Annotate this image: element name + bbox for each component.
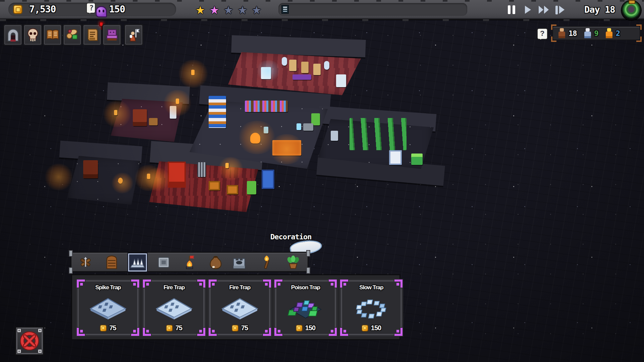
corner-bracket: [636, 37, 642, 42]
brazier-icon: [183, 255, 196, 269]
tab-wells[interactable]: [230, 254, 249, 270]
spike-trap-plate-icon: [76, 295, 140, 322]
top-bar: 7,530 150: [0, 0, 644, 19]
worker-count: 9: [594, 29, 598, 38]
metal-cap: [306, 250, 310, 257]
playback-controls: [505, 3, 567, 16]
torch: [114, 110, 117, 115]
metal-cap: [306, 267, 310, 274]
dungeon-entrance-icon: [7, 28, 19, 42]
tab-doors[interactable]: [102, 254, 121, 270]
gold-icon: [166, 325, 173, 331]
furnace: [133, 109, 147, 126]
corner-bracket: [636, 24, 642, 30]
crystal: [297, 123, 301, 130]
supplies-button[interactable]: [63, 24, 82, 46]
fast-forward-button[interactable]: [537, 3, 550, 16]
souls-count: 150: [109, 4, 125, 15]
supplies-icon: [66, 28, 79, 42]
chest: [303, 123, 313, 131]
corner-bracket: [551, 37, 556, 42]
statue: [289, 60, 297, 71]
tab-pressure-plates[interactable]: [154, 254, 173, 270]
item-title: Slow Trap: [339, 284, 403, 291]
torch: [176, 99, 179, 104]
pressure-plate-icon: [157, 256, 170, 268]
well-icon: [232, 255, 246, 269]
dungeon-entrance-button[interactable]: [3, 24, 22, 46]
item-card-slow-trap[interactable]: Slow Trap 150: [339, 279, 403, 337]
gold-icon: [100, 325, 107, 331]
hero-icon: [605, 28, 613, 38]
torch-icon: [261, 255, 272, 269]
crate-orange: [209, 181, 220, 190]
build-item-panel: Spike Trap 75 Fire Trap: [71, 274, 400, 340]
minion-icon: [558, 28, 566, 38]
statue: [301, 62, 309, 73]
hero-invasion-button[interactable]: [124, 24, 143, 46]
torch: [147, 174, 150, 179]
gold-icon: [13, 5, 22, 14]
spike-trap-icon: [130, 256, 145, 268]
urn: [324, 61, 329, 70]
crate: [149, 118, 158, 125]
quest-log-button[interactable]: [83, 24, 102, 46]
codex-button[interactable]: [43, 24, 62, 46]
tab-braziers[interactable]: [180, 254, 199, 270]
tab-storage[interactable]: [206, 254, 225, 270]
item-card-poison-trap[interactable]: Poison Trap 150: [274, 279, 337, 337]
gold-icon: [232, 325, 238, 331]
robot-blue: [262, 170, 274, 189]
worker-count-entry: 9: [584, 28, 598, 38]
hero-count-entry: 2: [605, 28, 620, 38]
item-price: 75: [208, 324, 272, 332]
tab-plants[interactable]: [284, 254, 303, 270]
play-button[interactable]: [521, 3, 534, 16]
dungeon-heart-orb[interactable]: [622, 1, 641, 20]
slow-trap-icon: [339, 295, 403, 322]
main-menu-row: [3, 24, 143, 46]
step-forward-button[interactable]: [553, 3, 567, 16]
bag-icon: [210, 255, 222, 269]
tab-torches[interactable]: [257, 254, 276, 270]
jail-door: [197, 162, 206, 177]
help-bubble-button[interactable]: [537, 28, 548, 41]
hover-tooltip: Decoration: [270, 233, 311, 241]
banner-skull: [292, 74, 311, 80]
throne-icon: [106, 28, 118, 42]
item-card-spike-trap[interactable]: Spike Trap 75: [76, 279, 140, 337]
item-card-fire-trap[interactable]: Fire Trap 75: [142, 279, 206, 337]
hero-flag-icon: [127, 28, 140, 42]
item-title: Poison Trap: [274, 284, 337, 291]
star-empty: [235, 0, 250, 18]
tab-traps-selected[interactable]: [128, 253, 147, 272]
item-card-fire-trap[interactable]: Fire Trap 75: [208, 279, 272, 337]
corner-bracket: [551, 24, 556, 30]
statue: [313, 64, 321, 75]
rack: [209, 96, 226, 128]
objective-icon: [281, 5, 289, 14]
worker-icon: [584, 28, 592, 38]
furniture-button[interactable]: [102, 24, 121, 46]
item-price: 75: [142, 324, 206, 332]
fountain: [261, 67, 271, 79]
gold-icon: [296, 325, 303, 331]
skull-icon: [26, 28, 39, 42]
close-build-menu-button[interactable]: [16, 327, 43, 354]
armor-stand: [170, 106, 176, 119]
fire-trap-plate-icon: [142, 295, 206, 322]
tab-ballista[interactable]: [76, 254, 95, 270]
item-title: Fire Trap: [142, 284, 206, 291]
item-price: 150: [339, 324, 403, 332]
threats-button[interactable]: [23, 24, 42, 46]
crate-orange: [227, 185, 238, 194]
close-icon: [20, 331, 39, 350]
star-empty: [221, 0, 235, 18]
resource-display: 7,530 150: [8, 3, 176, 16]
plant-icon: [287, 255, 300, 269]
chair: [331, 131, 338, 141]
fire-sprite: [118, 178, 123, 184]
pause-button[interactable]: [505, 3, 518, 16]
day-counter: Day 18: [584, 4, 615, 15]
plant-box: [411, 154, 423, 165]
